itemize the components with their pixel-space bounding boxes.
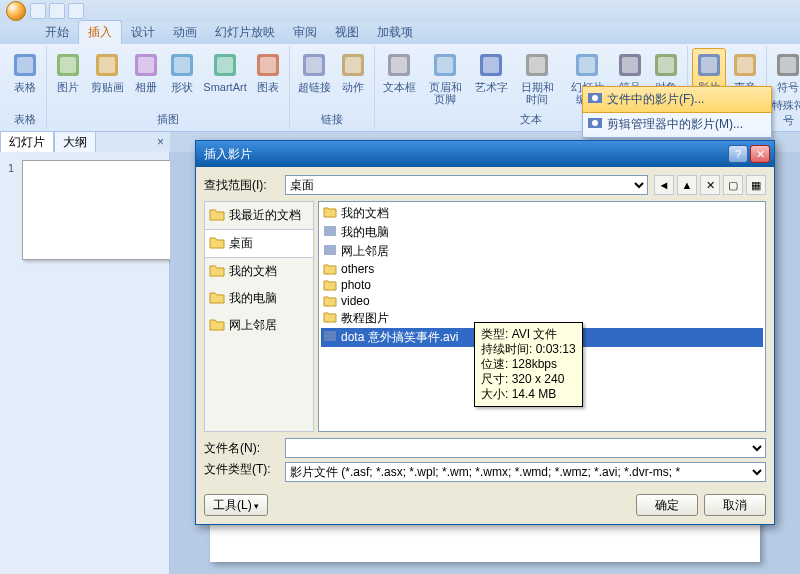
- svg-rect-31: [658, 57, 674, 73]
- picture-button-label: 图片: [57, 81, 79, 93]
- action-button[interactable]: 动作: [336, 48, 370, 110]
- tab-3[interactable]: 动画: [164, 21, 206, 44]
- tab-6[interactable]: 视图: [326, 21, 368, 44]
- picture-button[interactable]: 图片: [51, 48, 85, 110]
- place-recent[interactable]: 我最近的文档: [205, 202, 313, 229]
- qat-redo-icon[interactable]: [68, 3, 84, 19]
- tab-5[interactable]: 审阅: [284, 21, 326, 44]
- textbox-button-label: 文本框: [383, 81, 416, 93]
- system-icon: [323, 243, 337, 257]
- place-desktop[interactable]: 桌面: [205, 229, 313, 258]
- lookin-select[interactable]: 桌面: [285, 175, 648, 195]
- group-label: 表格: [8, 110, 42, 129]
- place-network[interactable]: 网上邻居: [205, 312, 313, 339]
- up-icon[interactable]: ▲: [677, 175, 697, 195]
- svg-rect-13: [260, 57, 276, 73]
- group-label: 链接: [294, 110, 370, 129]
- svg-rect-11: [217, 57, 233, 73]
- file-item[interactable]: 我的文档: [321, 204, 763, 223]
- dialog-close-button[interactable]: ✕: [750, 145, 770, 163]
- svg-rect-9: [174, 57, 190, 73]
- hyperlink-button[interactable]: 超链接: [294, 48, 334, 110]
- datetime-icon: [523, 51, 551, 79]
- svg-rect-17: [345, 57, 361, 73]
- svg-point-41: [592, 120, 598, 126]
- cancel-button[interactable]: 取消: [704, 494, 766, 516]
- views-icon[interactable]: ▦: [746, 175, 766, 195]
- place-mydocs[interactable]: 我的文档: [205, 258, 313, 285]
- dialog-toolbar: ◄ ▲ ✕ ▢ ▦: [654, 175, 766, 195]
- pane-tab-slides[interactable]: 幻灯片: [0, 131, 54, 154]
- tab-2[interactable]: 设计: [122, 21, 164, 44]
- textbox-button[interactable]: 文本框: [379, 48, 419, 110]
- datetime-button[interactable]: 日期和时间: [513, 48, 561, 110]
- slide-thumbnail[interactable]: [22, 160, 172, 260]
- album-button[interactable]: 相册: [129, 48, 163, 110]
- movie-from-clip[interactable]: 剪辑管理器中的影片(M)...: [583, 112, 771, 137]
- avi-icon: [323, 329, 337, 343]
- clipart-icon: [93, 51, 121, 79]
- svg-rect-43: [324, 245, 336, 255]
- office-button[interactable]: [6, 1, 26, 21]
- file-item[interactable]: photo: [321, 277, 763, 293]
- file-item[interactable]: others: [321, 261, 763, 277]
- delete-icon[interactable]: ✕: [700, 175, 720, 195]
- filename-field[interactable]: [285, 438, 766, 458]
- svg-rect-15: [306, 57, 322, 73]
- tab-4[interactable]: 幻灯片放映: [206, 21, 284, 44]
- thumbnail-pane: 1: [0, 152, 170, 574]
- quick-access-toolbar: [30, 3, 84, 19]
- place-mycomputer[interactable]: 我的电脑: [205, 285, 313, 312]
- newfolder-icon[interactable]: ▢: [723, 175, 743, 195]
- svg-rect-29: [622, 57, 638, 73]
- tools-button[interactable]: 工具(L): [204, 494, 268, 516]
- qat-undo-icon[interactable]: [49, 3, 65, 19]
- shapes-button[interactable]: 形状: [165, 48, 199, 110]
- clipart-button[interactable]: 剪贴画: [87, 48, 127, 110]
- clipart-button-label: 剪贴画: [91, 81, 124, 93]
- back-icon[interactable]: ◄: [654, 175, 674, 195]
- chart-button[interactable]: 图表: [251, 48, 285, 110]
- shapes-button-label: 形状: [171, 81, 193, 93]
- tab-1[interactable]: 插入: [78, 20, 122, 44]
- dialog-help-button[interactable]: ?: [728, 145, 748, 163]
- svg-rect-1: [17, 57, 33, 73]
- object-icon: [652, 51, 680, 79]
- headerfooter-button[interactable]: 页眉和页脚: [421, 48, 469, 110]
- table-button[interactable]: 表格: [8, 48, 42, 110]
- file-list[interactable]: 我的文档我的电脑网上邻居othersphotovideo教程图片dota 意外搞…: [318, 201, 766, 432]
- tab-0[interactable]: 开始: [36, 21, 78, 44]
- file-item[interactable]: 我的电脑: [321, 223, 763, 242]
- sound-icon: [731, 51, 759, 79]
- movie-dropdown: 文件中的影片(F)...剪辑管理器中的影片(M)...: [582, 86, 772, 138]
- action-icon: [339, 51, 367, 79]
- filetype-label: 文件类型(T):: [204, 461, 279, 478]
- file-item[interactable]: video: [321, 293, 763, 309]
- svg-rect-3: [60, 57, 76, 73]
- qat-save-icon[interactable]: [30, 3, 46, 19]
- ok-button[interactable]: 确定: [636, 494, 698, 516]
- folder-icon: [209, 262, 225, 278]
- wordart-button[interactable]: 艺术字: [471, 48, 511, 110]
- tab-7[interactable]: 加载项: [368, 21, 422, 44]
- system-icon: [323, 224, 337, 238]
- pane-close-icon[interactable]: ×: [151, 135, 170, 149]
- folder-icon: [209, 289, 225, 305]
- svg-rect-33: [701, 57, 717, 73]
- headerfooter-icon: [431, 51, 459, 79]
- pane-tab-outline[interactable]: 大纲: [54, 131, 96, 154]
- folder-icon: [323, 262, 337, 276]
- file-item[interactable]: 网上邻居: [321, 242, 763, 261]
- special-symbol-button[interactable]: 符号: [771, 48, 800, 96]
- table-icon: [11, 51, 39, 79]
- movie-icon: [587, 115, 603, 131]
- group-label: 插图: [51, 110, 285, 129]
- album-button-label: 相册: [135, 81, 157, 93]
- wordart-icon: [477, 51, 505, 79]
- smartart-button[interactable]: SmartArt: [201, 48, 249, 110]
- movie-from-file[interactable]: 文件中的影片(F)...: [582, 86, 772, 113]
- chart-icon: [254, 51, 282, 79]
- folder-icon: [323, 205, 337, 219]
- filetype-field[interactable]: 影片文件 (*.asf; *.asx; *.wpl; *.wm; *.wmx; …: [285, 462, 766, 482]
- album-icon: [132, 51, 160, 79]
